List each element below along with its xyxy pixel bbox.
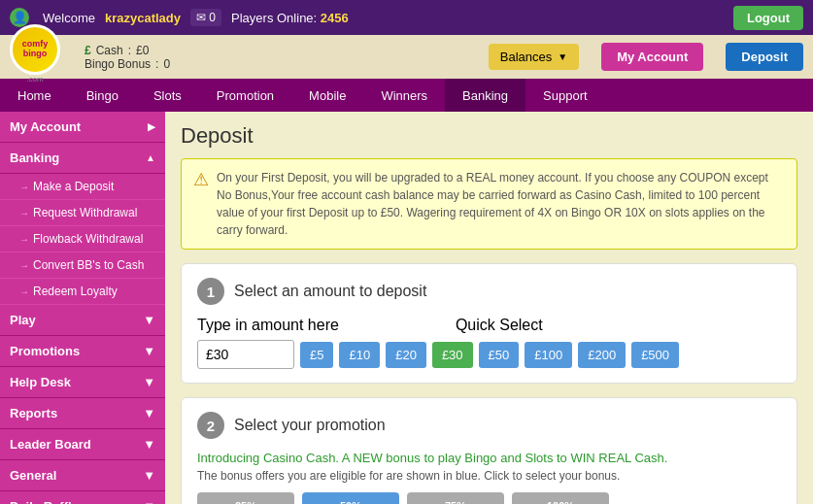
quick-btn-20[interactable]: £20 xyxy=(386,342,426,368)
promo-card-25-title: 25% CASINOCASH xyxy=(207,500,285,504)
sidebar-redeem-loyalty-label: Redeem Loyalty xyxy=(33,285,118,298)
nav-bar: Home Bingo Slots Promotion Mobile Winner… xyxy=(0,79,813,112)
sidebar-play[interactable]: Play ▼ xyxy=(0,305,165,336)
quick-btn-30[interactable]: £30 xyxy=(432,342,473,368)
arrow-right-icon: → xyxy=(19,234,29,245)
sidebar-convert-bbs[interactable]: → Convert BB's to Cash xyxy=(0,252,165,279)
username-display: krazycatlady xyxy=(105,11,181,25)
sidebar-make-deposit[interactable]: → Make a Deposit xyxy=(0,174,165,200)
quick-select-label: Quick Select xyxy=(456,317,543,334)
cash-value: £0 xyxy=(136,44,149,57)
amount-row: £5 £10 £20 £30 £50 £100 £200 £500 xyxy=(197,340,781,369)
step2-box: 2 Select your promotion Introducing Casi… xyxy=(181,397,797,504)
balances-dropdown-button[interactable]: Balances ▼ xyxy=(489,44,579,70)
logout-button[interactable]: Logout xyxy=(733,6,803,30)
cash-label: Cash xyxy=(96,44,123,57)
sidebar-my-account[interactable]: My Account ▶ xyxy=(0,112,165,143)
sidebar-help-desk-label: Help Desk xyxy=(10,375,71,389)
sidebar-flowback-withdrawal[interactable]: → Flowback Withdrawal xyxy=(0,226,165,252)
promo-card-25[interactable]: 25% CASINOCASH Deposit £5 to £25 xyxy=(197,492,294,504)
chevron-down-icon: ▼ xyxy=(143,344,155,358)
top-bar-left: 👤 Welcome krazycatlady ✉ 0 Players Onlin… xyxy=(10,8,349,27)
sidebar-convert-bbs-label: Convert BB's to Cash xyxy=(33,258,144,272)
amount-section: Type in amount here Quick Select £5 £10 … xyxy=(197,317,781,369)
quick-btn-10[interactable]: £10 xyxy=(339,342,380,368)
nav-promotion[interactable]: Promotion xyxy=(199,79,291,112)
notice-box: ⚠ On your First Deposit, you will be upg… xyxy=(181,158,797,250)
bingo-bonus-value: 0 xyxy=(163,57,170,71)
sidebar-request-withdrawal[interactable]: → Request Withdrawal xyxy=(0,200,165,226)
promo-intro: Introducing Casino Cash. A NEW bonus to … xyxy=(197,451,781,465)
step1-box: 1 Select an amount to deposit Type in am… xyxy=(181,263,797,384)
promo-card-100[interactable]: 100% CASINOCASH Deposit £100 to £500 xyxy=(512,492,609,504)
warning-icon: ⚠ xyxy=(193,169,209,239)
arrow-right-icon: → xyxy=(19,208,29,218)
content-area: Deposit ⚠ On your First Deposit, you wil… xyxy=(165,112,813,504)
user-avatar-icon: 👤 xyxy=(10,8,29,27)
quick-btn-50[interactable]: £50 xyxy=(479,342,520,368)
promo-card-50-title: 50% CASINOCASH xyxy=(312,500,390,504)
quick-btn-5[interactable]: £5 xyxy=(300,342,333,368)
balances-label: Balances xyxy=(500,50,552,64)
cash-icon: £ xyxy=(85,44,91,57)
balance-info: £ Cash : £0 Bingo Bonus : 0 xyxy=(85,44,170,71)
nav-home[interactable]: Home xyxy=(0,79,69,112)
deposit-button-header[interactable]: Deposit xyxy=(726,43,803,71)
balance-bar: comfybingo .com £ Cash : £0 Bingo Bonus … xyxy=(0,35,813,79)
email-icon: ✉ 0 xyxy=(190,9,221,26)
nav-bingo[interactable]: Bingo xyxy=(69,79,136,112)
amount-input[interactable] xyxy=(197,340,294,369)
sidebar-general-label: General xyxy=(10,468,56,483)
email-count: 0 xyxy=(209,11,216,24)
page-title: Deposit xyxy=(181,123,797,149)
nav-support[interactable]: Support xyxy=(525,79,605,112)
sidebar-help-desk[interactable]: Help Desk ▼ xyxy=(0,367,165,398)
top-bar: 👤 Welcome krazycatlady ✉ 0 Players Onlin… xyxy=(0,0,813,35)
welcome-label: Welcome xyxy=(43,11,95,25)
promo-card-50[interactable]: 50% CASINOCASH Deposit £25 to £50 xyxy=(302,492,399,504)
sidebar-general[interactable]: General ▼ xyxy=(0,460,165,491)
chevron-down-icon: ▼ xyxy=(143,313,155,327)
promo-card-100-title: 100% CASINOCASH xyxy=(522,500,599,504)
amount-type-label: Type in amount here xyxy=(197,317,339,334)
nav-winners[interactable]: Winners xyxy=(363,79,445,112)
sidebar-promotions[interactable]: Promotions ▼ xyxy=(0,336,165,367)
nav-banking[interactable]: Banking xyxy=(445,79,525,112)
sidebar-promotions-label: Promotions xyxy=(10,344,80,358)
sidebar-banking[interactable]: Banking ▲ xyxy=(0,143,165,174)
quick-btn-200[interactable]: £200 xyxy=(578,342,626,368)
chevron-down-icon: ▼ xyxy=(143,468,155,483)
sidebar-redeem-loyalty[interactable]: → Redeem Loyalty xyxy=(0,279,165,305)
promo-cards: 25% CASINOCASH Deposit £5 to £25 50% CAS… xyxy=(197,492,781,504)
bingo-bonus-colon: : xyxy=(155,57,158,71)
arrow-right-icon: → xyxy=(19,260,29,271)
sidebar-daily-raffle[interactable]: Daily Raffle ▼ xyxy=(0,491,165,504)
chevron-up-icon: ▲ xyxy=(146,152,155,163)
promo-sub: The bonus offers you are eligible for ar… xyxy=(197,469,781,483)
nav-slots[interactable]: Slots xyxy=(136,79,199,112)
sidebar-reports[interactable]: Reports ▼ xyxy=(0,398,165,429)
my-account-button[interactable]: My Account xyxy=(601,43,703,71)
sidebar-banking-label: Banking xyxy=(10,151,59,165)
promo-card-75-title: 75% CASINOCASH xyxy=(417,500,494,504)
step2-title: Select your promotion xyxy=(234,417,386,434)
sidebar-make-deposit-label: Make a Deposit xyxy=(33,180,114,193)
chevron-down-icon: ▼ xyxy=(143,375,155,389)
main-layout: My Account ▶ Banking ▲ → Make a Deposit … xyxy=(0,112,813,504)
quick-btn-100[interactable]: £100 xyxy=(525,342,572,368)
players-online-label: Players Online: 2456 xyxy=(231,11,349,25)
chevron-down-icon: ▼ xyxy=(143,406,155,420)
players-count: 2456 xyxy=(321,11,349,25)
sidebar: My Account ▶ Banking ▲ → Make a Deposit … xyxy=(0,112,165,504)
promo-card-75[interactable]: 75% CASINOCASH Deposit £50 to £100 xyxy=(407,492,504,504)
sidebar-banking-sub: → Make a Deposit → Request Withdrawal → … xyxy=(0,174,165,305)
nav-mobile[interactable]: Mobile xyxy=(291,79,363,112)
quick-btn-500[interactable]: £500 xyxy=(631,342,679,368)
sidebar-play-label: Play xyxy=(10,313,36,327)
step1-circle: 1 xyxy=(197,278,224,305)
sidebar-leader-board[interactable]: Leader Board ▼ xyxy=(0,429,165,460)
arrow-right-icon: → xyxy=(19,182,29,192)
step2-circle: 2 xyxy=(197,412,224,439)
step1-title: Select an amount to deposit xyxy=(234,283,426,300)
step1-header: 1 Select an amount to deposit xyxy=(197,278,781,305)
